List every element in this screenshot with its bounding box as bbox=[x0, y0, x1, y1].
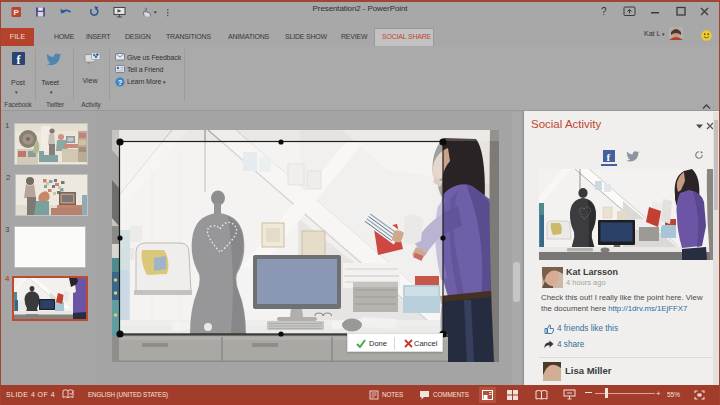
svg-text:P: P bbox=[14, 8, 20, 17]
svg-text:?: ? bbox=[601, 6, 607, 17]
svg-text:?: ? bbox=[118, 78, 123, 87]
